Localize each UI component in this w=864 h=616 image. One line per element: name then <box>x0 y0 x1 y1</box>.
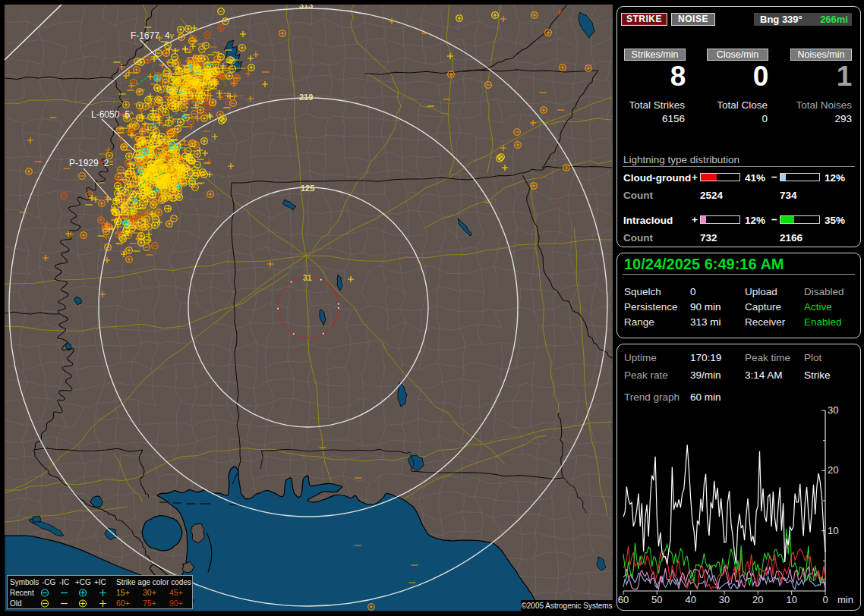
svg-text:20: 20 <box>752 594 763 605</box>
svg-text:min: min <box>837 594 853 605</box>
svg-text:0: 0 <box>822 594 828 605</box>
svg-text:10: 10 <box>786 594 796 605</box>
svg-text:40: 40 <box>685 594 695 605</box>
svg-text:30: 30 <box>719 594 730 605</box>
svg-text:20: 20 <box>828 464 838 476</box>
svg-text:10: 10 <box>828 525 838 536</box>
svg-text:50: 50 <box>651 594 662 605</box>
svg-text:30: 30 <box>828 404 838 416</box>
svg-text:60: 60 <box>618 594 629 605</box>
